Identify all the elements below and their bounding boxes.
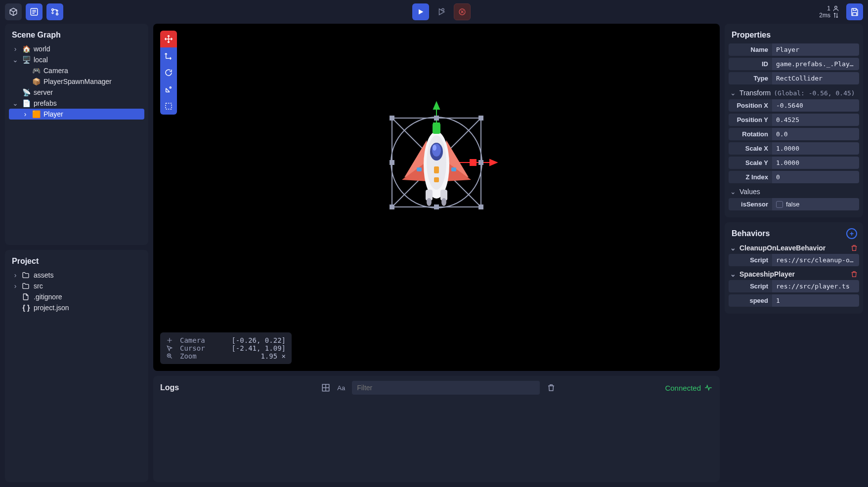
svg-point-2 — [56, 13, 58, 15]
prop-speed[interactable]: speed1 — [729, 294, 859, 307]
updown-icon — [832, 12, 839, 19]
project-title: Project — [9, 255, 144, 270]
svg-point-6 — [170, 87, 171, 88]
trash-icon[interactable] — [850, 270, 858, 278]
trash-icon[interactable] — [850, 244, 858, 252]
scene-node-server[interactable]: 📡server — [9, 87, 144, 98]
latency: 2ms — [819, 12, 830, 19]
prop-script[interactable]: Scriptres://src/player.ts — [729, 280, 859, 292]
behavior-cleanuponleavebehavior[interactable]: ⌄CleanupOnLeaveBehavior — [729, 242, 859, 254]
project-item-assets[interactable]: ›assets — [9, 270, 144, 281]
project-tree[interactable]: ›assets›src.gitignore{ }project.json — [9, 270, 144, 313]
main: Scene Graph ›🏠world⌄🖥️local🎮Camera📦Playe… — [0, 24, 868, 487]
scale-tool[interactable] — [160, 81, 177, 98]
logs-panel: Logs Aa Connected — [153, 376, 720, 482]
svg-rect-38 — [417, 167, 422, 171]
zoom-icon — [166, 353, 173, 360]
properties-title: Properties — [729, 29, 859, 43]
svg-point-5 — [835, 6, 837, 8]
prop-zindex[interactable]: Z Index0 — [729, 171, 859, 183]
properties-panel: Properties NamePlayerIDgame.prefabs._.Pl… — [725, 24, 863, 217]
stop-button[interactable] — [454, 3, 471, 20]
svg-marker-12 — [490, 160, 497, 165]
svg-rect-22 — [434, 116, 438, 120]
cursor-icon — [166, 345, 173, 352]
svg-rect-39 — [451, 167, 456, 171]
play-button[interactable] — [412, 3, 429, 20]
cube-icon[interactable] — [5, 3, 22, 20]
scene-graph-title: Scene Graph — [9, 29, 144, 43]
scene-node-local[interactable]: ⌄🖥️local — [9, 54, 144, 65]
project-item-projectjson[interactable]: { }project.json — [9, 302, 144, 313]
svg-rect-32 — [433, 123, 440, 134]
svg-rect-24 — [390, 161, 394, 164]
svg-rect-21 — [479, 205, 483, 209]
viewport-hud: Camera [-0.26, 0.22] Cursor [-2.41, 1.09… — [160, 332, 292, 364]
select-tool[interactable] — [160, 98, 177, 115]
add-behavior-button[interactable]: + — [846, 228, 857, 239]
scene-node-camera[interactable]: 🎮Camera — [9, 65, 144, 76]
scene-node-playerspawnmanager[interactable]: 📦PlayerSpawnManager — [9, 76, 144, 87]
spaceship-sprite — [402, 123, 471, 206]
svg-point-3 — [441, 8, 444, 11]
list-icon[interactable] — [26, 3, 43, 20]
scene-node-prefabs[interactable]: ⌄📄prefabs — [9, 98, 144, 109]
prop-scalex[interactable]: Scale X1.0000 — [729, 142, 859, 155]
project-item-src[interactable]: ›src — [9, 281, 144, 291]
prop-scaley[interactable]: Scale Y1.0000 — [729, 157, 859, 169]
svg-rect-19 — [479, 116, 483, 120]
logs-title: Logs — [160, 383, 179, 392]
values-section[interactable]: ⌄ Values — [729, 185, 859, 198]
scene-node-world[interactable]: ›🏠world — [9, 43, 144, 54]
svg-point-35 — [433, 145, 436, 151]
case-icon[interactable]: Aa — [337, 384, 345, 392]
logs-filter-input[interactable] — [352, 381, 540, 395]
move-icon — [166, 337, 173, 344]
behaviors-title: Behaviors — [732, 229, 770, 238]
checkbox-icon[interactable] — [776, 201, 783, 208]
behaviors-panel: Behaviors + ⌄CleanupOnLeaveBehaviorScrip… — [725, 222, 863, 314]
svg-rect-7 — [166, 103, 172, 109]
prop-rotation[interactable]: Rotation0.0 — [729, 128, 859, 140]
svg-rect-13 — [470, 160, 476, 165]
move-tool[interactable] — [160, 31, 177, 47]
behavior-spaceshipplayer[interactable]: ⌄SpaceshipPlayer — [729, 268, 859, 280]
project-item-gitignore[interactable]: .gitignore — [9, 291, 144, 302]
pulse-icon — [704, 383, 713, 392]
translate-tool[interactable] — [160, 47, 177, 64]
svg-rect-20 — [390, 205, 394, 209]
scene-node-player[interactable]: ›🟧Player — [9, 109, 144, 120]
rotate-tool[interactable] — [160, 64, 177, 81]
svg-rect-36 — [434, 166, 439, 173]
selected-entity-gizmo[interactable] — [367, 93, 506, 232]
svg-point-42 — [427, 198, 432, 206]
prop-positionx[interactable]: Position X-0.5640 — [729, 99, 859, 112]
trash-icon[interactable] — [547, 383, 556, 392]
tool-rail — [160, 31, 177, 115]
connection-status: 1 2ms — [819, 5, 839, 19]
viewport[interactable]: Camera [-0.26, 0.22] Cursor [-2.41, 1.09… — [153, 24, 720, 371]
scene-tree[interactable]: ›🏠world⌄🖥️local🎮Camera📦PlayerSpawnManage… — [9, 43, 144, 120]
svg-rect-25 — [479, 161, 483, 164]
user-icon — [832, 5, 839, 12]
svg-point-1 — [52, 9, 54, 11]
save-button[interactable] — [846, 3, 863, 20]
transform-section[interactable]: ⌄ Transform (Global: -0.56, 0.45) — [729, 86, 859, 99]
grid-icon[interactable] — [321, 383, 330, 392]
git-icon[interactable] — [46, 3, 63, 20]
prop-name[interactable]: NamePlayer — [729, 43, 859, 56]
scene-graph-panel: Scene Graph ›🏠world⌄🖥️local🎮Camera📦Playe… — [5, 24, 148, 245]
svg-rect-37 — [434, 177, 439, 182]
svg-rect-23 — [434, 205, 438, 209]
topbar: 1 2ms — [0, 0, 868, 24]
prop-type[interactable]: TypeRectCollider — [729, 72, 859, 84]
prop-positiony[interactable]: Position Y0.4525 — [729, 114, 859, 126]
debug-play-button[interactable] — [433, 3, 450, 20]
prop-script[interactable]: Scriptres://src/cleanup-on… — [729, 254, 859, 266]
user-count: 1 — [827, 5, 830, 12]
prop-id[interactable]: IDgame.prefabs._.Player — [729, 58, 859, 70]
svg-rect-18 — [390, 116, 394, 120]
project-panel: Project ›assets›src.gitignore{ }project.… — [5, 250, 148, 482]
connection-indicator: Connected — [665, 383, 713, 392]
prop-issensor[interactable]: isSensorfalse — [729, 198, 859, 210]
